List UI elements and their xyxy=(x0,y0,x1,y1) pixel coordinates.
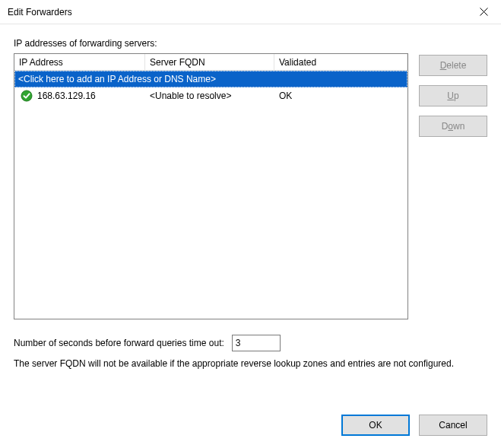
cell-validated: OK xyxy=(274,91,407,101)
col-header-fqdn[interactable]: Server FQDN xyxy=(145,54,274,70)
list-header: IP Address Server FQDN Validated xyxy=(14,54,407,71)
timeout-row: Number of seconds before forward queries… xyxy=(14,335,487,351)
list-body: <Click here to add an IP Address or DNS … xyxy=(14,71,407,319)
ok-button[interactable]: OK xyxy=(341,415,410,436)
down-button[interactable]: Down xyxy=(419,116,487,137)
timeout-label: Number of seconds before forward queries… xyxy=(14,338,224,348)
dialog-footer: OK Cancel xyxy=(14,402,487,436)
side-buttons: Delete Up Down xyxy=(419,53,487,319)
cell-ip: 168.63.129.16 xyxy=(37,91,96,101)
fqdn-note: The server FQDN will not be available if… xyxy=(14,357,477,370)
main-row: IP Address Server FQDN Validated <Click … xyxy=(14,53,487,319)
cell-fqdn: <Unable to resolve> xyxy=(145,91,274,101)
cancel-button[interactable]: Cancel xyxy=(419,415,487,436)
delete-button[interactable]: Delete xyxy=(419,55,487,76)
dialog-content: IP addresses of forwarding servers: IP A… xyxy=(0,24,501,448)
close-button[interactable] xyxy=(466,0,501,24)
col-header-ip[interactable]: IP Address xyxy=(14,54,145,70)
add-entry-placeholder: <Click here to add an IP Address or DNS … xyxy=(15,74,407,84)
up-button[interactable]: Up xyxy=(419,85,487,106)
ip-list-label: IP addresses of forwarding servers: xyxy=(14,38,487,49)
titlebar: Edit Forwarders xyxy=(0,0,501,24)
status-ok-icon xyxy=(19,90,34,102)
table-row[interactable]: 168.63.129.16 <Unable to resolve> OK xyxy=(14,87,407,104)
close-icon xyxy=(480,8,488,16)
add-entry-row[interactable]: <Click here to add an IP Address or DNS … xyxy=(14,71,407,87)
timeout-input[interactable] xyxy=(232,335,281,351)
col-header-validated[interactable]: Validated xyxy=(274,54,407,70)
forwarders-list[interactable]: IP Address Server FQDN Validated <Click … xyxy=(14,53,408,319)
window-title: Edit Forwarders xyxy=(8,7,466,17)
